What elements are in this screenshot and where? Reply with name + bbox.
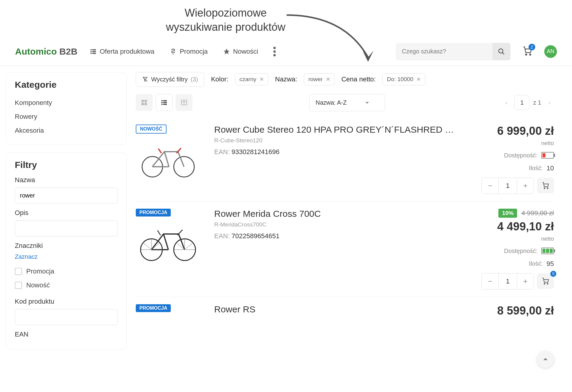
svg-rect-16 — [163, 100, 167, 101]
view-grid-button[interactable] — [136, 94, 153, 111]
filter-code-input[interactable] — [15, 309, 118, 325]
nav-more-menu[interactable] — [273, 47, 276, 56]
add-to-cart-button[interactable] — [537, 178, 554, 193]
svg-rect-5 — [92, 53, 96, 54]
quantity-stepper: − 1 + — [481, 178, 534, 194]
price-net-label: netto — [469, 236, 554, 242]
cart-badge: 2 — [529, 44, 535, 50]
sort-select[interactable]: Nazwa: A-Z — [309, 94, 385, 111]
logo-text-a: Automico — [15, 46, 57, 56]
view-list-button[interactable] — [156, 94, 173, 111]
svg-point-27 — [547, 188, 548, 188]
nav-offer-label: Oferta produktowa — [100, 48, 154, 55]
view-table-button[interactable] — [176, 94, 192, 111]
nav-news-label: Nowości — [233, 48, 258, 55]
svg-rect-2 — [91, 51, 92, 52]
logo-text-b: B2B — [59, 46, 78, 56]
user-avatar[interactable]: AN — [544, 45, 557, 58]
product-badge-promo: PROMOCJA — [136, 209, 171, 217]
chip-price-value: Do: 10000 — [387, 76, 413, 83]
toolbar: Nazwa: A-Z ‹ 1 z 1 › — [136, 94, 554, 111]
product-image[interactable] — [136, 220, 199, 262]
add-cart-badge: 5 — [550, 271, 556, 277]
page-prev[interactable]: ‹ — [502, 98, 511, 107]
svg-point-26 — [544, 188, 545, 188]
table-icon — [180, 99, 188, 106]
filter-desc-input[interactable] — [15, 220, 118, 236]
category-item[interactable]: Rowery — [15, 110, 118, 124]
chip-color-value: czarny — [240, 76, 256, 83]
cart-icon — [542, 277, 549, 285]
filter-chip-name[interactable]: rower ✕ — [304, 73, 335, 85]
price-net-label: netto — [469, 140, 554, 147]
page-current: 1 — [514, 95, 529, 110]
logo[interactable]: Automico B2B — [15, 46, 78, 57]
annotation-callout: Wielopoziomowe wyszukiwanie produktów — [0, 6, 512, 34]
page-of: z 1 — [533, 99, 541, 106]
filter-name-label: Nazwa — [15, 176, 118, 184]
qty-increase[interactable]: + — [517, 273, 534, 289]
checkbox-icon — [15, 282, 22, 289]
filters-panel: Filtry Nazwa Opis Znaczniki Zaznacz Prom… — [6, 152, 127, 349]
active-filters-bar: Wyczyść filtry (3) Kolor: czarny ✕ Nazwa… — [136, 72, 554, 87]
sort-label: Nazwa: A-Z — [316, 99, 347, 106]
svg-rect-13 — [141, 103, 144, 105]
categories-panel: Kategorie Komponenty Rowery Akcesoria — [6, 72, 127, 145]
annotation-line2: wyszukiwanie produktów — [166, 21, 285, 33]
mark-all-link[interactable]: Zaznacz — [15, 253, 118, 260]
ean-value: 9330281241696 — [231, 148, 279, 156]
checkbox-promo[interactable]: Promocja — [15, 264, 118, 278]
ean-label: EAN: — [214, 232, 230, 240]
qty-increase[interactable]: + — [517, 178, 534, 194]
svg-rect-18 — [163, 102, 167, 103]
filter-chip-color[interactable]: czarny ✕ — [235, 73, 269, 85]
clear-filters-button[interactable]: Wyczyść filtry (3) — [136, 72, 204, 87]
close-icon: ✕ — [416, 76, 421, 83]
discount-badge: 10% — [498, 209, 517, 218]
search-button[interactable] — [492, 43, 510, 60]
add-to-cart-button[interactable]: 5 — [537, 273, 554, 289]
filter-code-label: Kod produktu — [15, 298, 118, 305]
checkbox-new[interactable]: Nowość — [15, 278, 118, 292]
grid-icon — [141, 99, 148, 106]
nav-news[interactable]: Nowości — [223, 48, 258, 55]
star-icon — [223, 48, 230, 55]
svg-line-36 — [185, 243, 192, 250]
product-row: PROMOCJA Rower Merida Cross 700C R — [136, 201, 554, 297]
product-sku: R-MeridaCross700C — [214, 221, 460, 228]
product-row: PROMOCJA Rower RS 8 599,00 zł — [136, 297, 554, 324]
svg-rect-17 — [161, 102, 163, 103]
qty-input[interactable]: 1 — [499, 178, 517, 194]
chip-name-value: rower — [308, 76, 323, 83]
qty-label: Ilość: — [529, 260, 543, 267]
page-next[interactable]: › — [545, 98, 554, 107]
svg-line-32 — [144, 243, 151, 250]
categories-title: Kategorie — [15, 80, 118, 90]
svg-rect-15 — [161, 100, 163, 101]
qty-input[interactable]: 1 — [499, 273, 517, 289]
product-badge-new: NOWOŚĆ — [136, 125, 167, 134]
product-title[interactable]: Rower RS — [214, 304, 460, 315]
svg-point-6 — [499, 49, 503, 53]
search-input[interactable] — [396, 48, 492, 55]
quantity-stepper: − 1 + — [481, 273, 534, 289]
category-item[interactable]: Akcesoria — [15, 124, 118, 138]
product-image[interactable] — [136, 137, 199, 179]
product-title[interactable]: Rower Cube Stereo 120 HPA PRO GREY´N´FLA… — [214, 125, 460, 135]
header-cart[interactable]: 2 — [523, 46, 532, 57]
nav-offer[interactable]: Oferta produktowa — [90, 48, 154, 55]
nav-promo-label: Promocja — [180, 48, 208, 55]
search-box — [396, 43, 510, 60]
cart-icon — [542, 182, 549, 189]
annotation-arrow — [284, 12, 392, 66]
qty-decrease[interactable]: − — [482, 273, 499, 289]
product-title[interactable]: Rower Merida Cross 700C — [214, 209, 460, 219]
pagination: ‹ 1 z 1 › — [502, 95, 554, 110]
category-item[interactable]: Komponenty — [15, 96, 118, 110]
availability-indicator-low — [541, 152, 554, 159]
qty-decrease[interactable]: − — [482, 178, 499, 194]
checkbox-promo-label: Promocja — [26, 267, 54, 275]
filter-name-input[interactable] — [15, 188, 118, 204]
filter-chip-price[interactable]: Do: 10000 ✕ — [382, 73, 425, 85]
nav-promo[interactable]: Promocja — [170, 48, 208, 55]
